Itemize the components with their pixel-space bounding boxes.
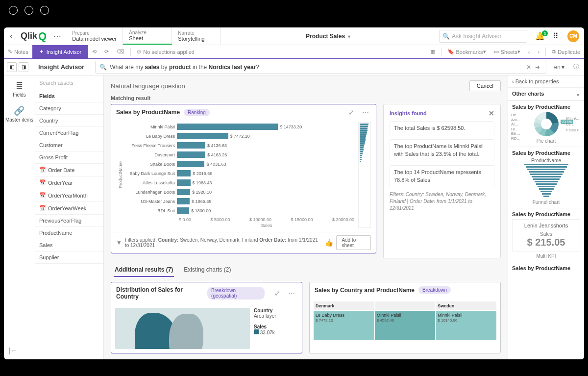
no-selections-label: No selections applied — [133, 45, 198, 58]
rp-last-card[interactable]: Sales by ProductName — [508, 262, 584, 276]
map-visual[interactable] — [115, 308, 250, 349]
rp-kpi-title: Sales by ProductName — [512, 211, 580, 217]
nl-query-text: What are my sales by product in the Nord… — [110, 64, 524, 71]
expand-icon[interactable]: ⤢ — [272, 289, 282, 297]
bar-row: US-Master Jeans$ 1865.55 — [123, 197, 354, 206]
tab-narrate[interactable]: NarrateStorytelling — [172, 27, 221, 45]
asset-row[interactable]: Sales — [35, 239, 103, 251]
qlik-logo[interactable]: QlikQ — [19, 30, 49, 43]
bookmarks-dropdown[interactable]: 🔖 Bookmarks ▾ — [443, 45, 490, 58]
close-insights[interactable]: ✕ — [489, 109, 494, 117]
insights-filter-note: Filters: Country: Sweden, Norway, Denmar… — [390, 191, 494, 212]
chart-more-icon[interactable]: ⋯ — [286, 289, 297, 297]
right-panel: Back to properties Other charts⌄ Sales b… — [508, 75, 584, 359]
asset-row[interactable]: PreviousYearFlag — [35, 215, 103, 227]
panel-toggle-right[interactable]: ◨ — [19, 62, 28, 72]
chart-more-icon[interactable]: ⋯ — [360, 108, 371, 116]
asset-row[interactable]: ProductName — [35, 227, 103, 239]
macos-min[interactable] — [24, 6, 33, 15]
macos-max[interactable] — [40, 6, 49, 15]
pie-icon — [534, 112, 559, 136]
global-search[interactable]: 🔍Ask Insight Advisor — [439, 30, 527, 43]
bar-row: Le Baby Dress$ 7472.10 — [123, 131, 354, 141]
tree-cell[interactable]: Le Baby Dress$ 7472.10 — [314, 311, 374, 340]
chevron-down-icon: ▾ — [348, 34, 350, 39]
selections-tool2[interactable]: ⟳ — [100, 45, 113, 58]
tab-prepare[interactable]: PrepareData model viewer — [66, 27, 123, 45]
selections-tool1[interactable]: ⟲ — [88, 45, 100, 58]
asset-row[interactable]: Supplier — [35, 251, 103, 264]
funnel-icon — [512, 163, 580, 198]
bar-row: Baby Dark Lounge Suit$ 2016.69 — [123, 169, 354, 178]
rail-fields[interactable]: ≣Fields — [13, 80, 26, 98]
add-to-sheet-button[interactable]: Add to sheet — [336, 235, 371, 250]
chart-title: Sales by ProductName — [116, 109, 180, 116]
nl-query-input[interactable]: 🔍 What are my sales by product in the No… — [95, 61, 546, 74]
submit-query[interactable]: ➜ — [533, 64, 542, 71]
asset-row[interactable]: Customer — [35, 139, 103, 151]
chart-minimap[interactable] — [358, 122, 371, 228]
rp-pie-card[interactable]: Sales by ProductName De… Adi… Ai… Hi… Bi… — [508, 100, 584, 147]
insight-bar: ◧ ◨ Insight Advisor 🔍 What are my sales … — [4, 59, 584, 75]
collapse-rail[interactable]: |← — [4, 347, 18, 354]
sheet-title-dropdown[interactable]: Product Sales▾ — [221, 33, 435, 40]
tab-additional-results[interactable]: Additional results (7) — [114, 263, 174, 277]
rp-funnel-title: Sales by ProductName — [512, 150, 580, 156]
user-avatar[interactable]: CM — [567, 30, 579, 42]
asset-row[interactable]: Gross Profit — [35, 151, 103, 164]
insight-advisor-button[interactable]: ✦Insight Advisor — [32, 45, 89, 58]
logo-q-icon: Q — [38, 30, 47, 43]
link-icon: 🔗 — [14, 105, 24, 116]
back-chevron[interactable]: ‹ — [4, 32, 19, 41]
expand-icon[interactable]: ⤢ — [346, 108, 356, 116]
tree-tag: Breakdown — [418, 286, 451, 294]
filter-icon: ▼ — [116, 239, 122, 246]
info-icon[interactable]: ⓘ — [568, 63, 584, 71]
thumbs-up-icon[interactable]: 👍 — [325, 239, 333, 247]
insights-found-card: Insights found✕ The total Sales is $ 625… — [383, 104, 501, 258]
tree-cell[interactable]: Minnki Pälsii$ 10140.90 — [436, 311, 496, 340]
asset-row[interactable]: 📅OrderYearWeek — [35, 202, 103, 215]
rp-kpi-card[interactable]: Sales by ProductName Lenin Jeansshorts S… — [508, 208, 584, 262]
clear-query[interactable]: ✕ — [524, 64, 533, 71]
duplicate-button[interactable]: ⧉ Duplicate — [548, 45, 584, 58]
asset-row[interactable]: Category — [35, 102, 103, 115]
assets-search[interactable]: Search assets — [35, 75, 103, 90]
geo-tag: Breakdown (geospatial) — [207, 287, 265, 300]
insight-item: The total Sales is $ 62598.50. — [390, 121, 494, 135]
cancel-button[interactable]: Cancel — [469, 80, 501, 91]
other-charts-section[interactable]: Other charts⌄ — [508, 87, 584, 100]
selections-view-icon[interactable]: ▦ — [426, 45, 439, 58]
insights-title: Insights found — [390, 110, 427, 116]
next-sheet[interactable]: › — [534, 45, 543, 58]
asset-row[interactable]: 📅OrderYearMonth — [35, 189, 103, 202]
macos-close[interactable] — [9, 6, 18, 15]
search-icon: 🔍 — [442, 33, 450, 40]
tree-title: Sales by Country and ProductName — [315, 287, 415, 294]
asset-row[interactable]: 📅OrderYear — [35, 176, 103, 189]
asset-row[interactable]: Country — [35, 115, 103, 127]
sheets-dropdown[interactable]: ▭ Sheets ▾ — [490, 45, 524, 58]
more-menu[interactable]: ⋯ — [49, 31, 66, 41]
language-select[interactable]: en ▾ — [550, 64, 568, 71]
asset-row[interactable]: 📅Order Date — [35, 164, 103, 176]
filter-text: Filters applied: Country: Sweden, Norway… — [125, 237, 319, 248]
prev-sheet[interactable]: ‹ — [524, 45, 534, 58]
chevron-down-icon: ⌄ — [576, 91, 580, 97]
tree-cell[interactable]: Minnki Pälsii$ 4592.40 — [375, 311, 436, 340]
rp-funnel-card[interactable]: Sales by ProductName ProductName Funnel … — [508, 147, 584, 208]
bar-row: Minnki Pälsii$ 14733.30 — [123, 122, 354, 131]
lightbulb-icon: ✦ — [39, 49, 44, 55]
notes-button[interactable]: ✎ Notes — [4, 45, 32, 58]
selections-tool3[interactable]: ⌫ — [113, 45, 128, 58]
notifications[interactable]: 🔔3 — [531, 31, 549, 41]
logo-text: Qlik — [21, 31, 37, 41]
back-to-properties[interactable]: Back to properties — [508, 75, 584, 87]
rail-master-items[interactable]: 🔗Master items — [5, 105, 33, 123]
main-chart-card: Sales by ProductName Ranking ⤢ ⋯ Product… — [111, 104, 376, 253]
panel-toggle-left[interactable]: ◧ — [7, 62, 17, 72]
tab-analyze[interactable]: AnalyzeSheet — [123, 27, 172, 45]
app-launcher-icon[interactable]: ⠿ — [549, 31, 563, 41]
tab-existing-charts[interactable]: Existing charts (2) — [183, 263, 232, 277]
asset-row[interactable]: CurrentYearFlag — [35, 127, 103, 139]
